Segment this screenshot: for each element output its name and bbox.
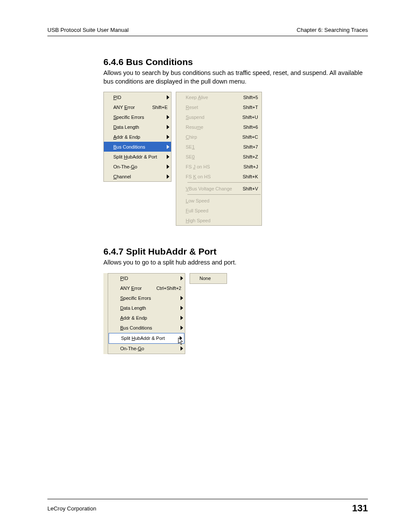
menu-separator <box>187 194 261 195</box>
menu-item-label: Data Length <box>104 124 165 130</box>
menu-item[interactable]: ANY ErrorShift+E <box>104 102 171 112</box>
menu-item-shortcut: Shift+7 <box>243 144 262 149</box>
menu-item[interactable]: ResetShift+T <box>176 102 262 112</box>
menu-item-label: Split HubAddr & Port <box>104 154 165 159</box>
menu-item-label: Addr & Endp <box>104 134 165 140</box>
menu-item-label: Bus Conditions <box>104 144 165 149</box>
menu-item[interactable]: Split HubAddr & Port <box>104 152 171 162</box>
menu-item-label: High Speed <box>176 218 262 223</box>
menu-item-label: Specific Errors <box>108 296 179 301</box>
section-heading-1: 6.4.6 Bus Conditions <box>103 57 368 67</box>
menu-item[interactable]: Channel <box>104 171 171 181</box>
menu-item[interactable]: Split HubAddr & Port <box>109 333 184 344</box>
menu-item[interactable]: VBus Voltage ChangeShift+V <box>176 184 262 193</box>
menu-item[interactable]: Data Length <box>108 303 185 313</box>
submenu-arrow-icon <box>165 155 171 159</box>
menu-item-shortcut: Shift+6 <box>243 124 262 130</box>
menu-search-primary: PIDANY ErrorShift+ESpecific ErrorsData L… <box>103 92 171 182</box>
section-desc-2: Allows you to go to a split hub address … <box>103 258 368 267</box>
header-right: Chapter 6: Searching Traces <box>297 27 368 33</box>
menu-item-label: None <box>190 276 227 281</box>
menu-item[interactable]: On-The-Go <box>108 344 185 354</box>
submenu-arrow-icon <box>165 115 171 119</box>
menu-item-label: Low Speed <box>176 198 262 203</box>
menu-item-label: VBus Voltage Change <box>176 186 243 191</box>
menu-item-label: FS K on HS <box>176 174 243 179</box>
menu-item-shortcut: Shift+J <box>243 164 262 169</box>
menu-item-shortcut: Shift+Z <box>243 154 262 159</box>
submenu-arrow-icon <box>165 125 171 129</box>
menu-item[interactable]: FS K on HSShift+K <box>176 171 262 181</box>
menu-item[interactable]: Keep AliveShift+5 <box>176 92 262 102</box>
menu-item-label: On-The-Go <box>104 164 165 169</box>
menu-item[interactable]: Bus Conditions <box>104 142 171 152</box>
menu-item[interactable]: ResumeShift+6 <box>176 122 262 132</box>
menu-item[interactable]: SuspendShift+U <box>176 112 262 122</box>
menu-item-shortcut: Shift+E <box>152 105 171 110</box>
menu-item-label: SE1 <box>176 144 243 149</box>
menu-left-bar <box>103 273 108 354</box>
submenu-bus-conditions: Keep AliveShift+5ResetShift+TSuspendShif… <box>176 92 262 226</box>
menu-item-none[interactable]: None <box>190 274 227 283</box>
menu-item-label: Specific Errors <box>104 115 165 120</box>
submenu-arrow-icon <box>178 336 184 340</box>
menu-item-label: Reset <box>176 105 243 110</box>
submenu-arrow-icon <box>165 165 171 169</box>
menu-item-label: Data Length <box>108 305 179 311</box>
submenu-arrow-icon <box>165 174 171 179</box>
page-footer: LeCroy Corporation 131 <box>47 499 368 514</box>
menu-item-label: Bus Conditions <box>108 325 179 330</box>
menu-item[interactable]: Specific Errors <box>108 293 185 303</box>
menu-item-shortcut: Shift+K <box>243 174 262 179</box>
menu-item[interactable]: On-The-Go <box>104 162 171 171</box>
menu-item-shortcut: Shift+V <box>243 186 262 191</box>
menu-item-label: ANY Error <box>104 105 152 110</box>
menu-item-label: ANY Error <box>108 286 156 291</box>
menu-item[interactable]: PID <box>104 92 171 102</box>
menu-item[interactable]: FS J on HSShift+J <box>176 162 262 171</box>
footer-rule <box>47 499 368 499</box>
menu-item[interactable]: Full Speed <box>176 205 262 215</box>
menu-item[interactable]: SE0Shift+Z <box>176 152 262 162</box>
menu-item-shortcut: Ctrl+Shift+2 <box>156 286 185 291</box>
section-heading-2: 6.4.7 Split HubAddr & Port <box>103 246 368 257</box>
menu-item-label: PID <box>108 276 179 281</box>
menu-item[interactable]: PID <box>108 274 185 283</box>
menu-item[interactable]: ChirpShift+C <box>176 132 262 142</box>
submenu-arrow-icon <box>165 145 171 149</box>
menu-item[interactable]: Addr & Endp <box>104 132 171 142</box>
menu-item[interactable]: Addr & Endp <box>108 313 185 323</box>
menu-item[interactable]: ANY ErrorCtrl+Shift+2 <box>108 283 185 293</box>
submenu-arrow-icon <box>179 296 185 300</box>
submenu-arrow-icon <box>165 95 171 100</box>
page-number: 131 <box>352 503 368 514</box>
menu-item-label: Keep Alive <box>176 95 243 100</box>
menu-item-label: Resume <box>176 124 243 130</box>
menu-item[interactable]: High Speed <box>176 215 262 225</box>
menu-item-label: Addr & Endp <box>108 315 179 320</box>
menu-item-shortcut: Shift+C <box>243 134 262 140</box>
submenu-arrow-icon <box>179 316 185 320</box>
menu-item-label: Chirp <box>176 134 243 140</box>
menu-item[interactable]: SE1Shift+7 <box>176 142 262 152</box>
menu-item[interactable]: Bus Conditions <box>108 323 185 333</box>
menu-item[interactable]: Low Speed <box>176 196 262 205</box>
section-desc-1: Allows you to search by bus conditions s… <box>103 69 368 86</box>
menu-item-label: SE0 <box>176 154 243 159</box>
submenu-arrow-icon <box>179 306 185 310</box>
submenu-arrow-icon <box>179 276 185 280</box>
menu-item-label: Full Speed <box>176 208 262 213</box>
menu-item[interactable]: Specific Errors <box>104 112 171 122</box>
menu-item-label: Split HubAddr & Port <box>109 336 178 341</box>
submenu-arrow-icon <box>179 346 185 351</box>
footer-left: LeCroy Corporation <box>47 505 96 512</box>
header-left: USB Protocol Suite User Manual <box>47 27 129 33</box>
menu-item-label: PID <box>104 95 165 100</box>
submenu-arrow-icon <box>179 326 185 330</box>
menu-item[interactable]: Data Length <box>104 122 171 132</box>
menu-item-shortcut: Shift+U <box>243 115 262 120</box>
menu-item-label: On-The-Go <box>108 346 179 351</box>
menu-item-label: FS J on HS <box>176 164 243 169</box>
menu-item-shortcut: Shift+T <box>243 105 262 110</box>
menu-item-label: Suspend <box>176 115 243 120</box>
